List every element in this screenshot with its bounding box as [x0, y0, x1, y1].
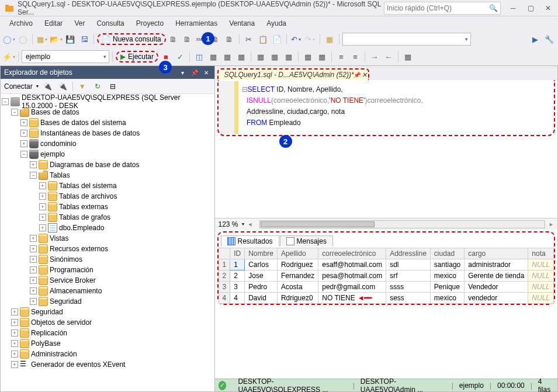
close-button[interactable]: ✕	[543, 3, 553, 13]
table-cell[interactable]: Rdriguez0	[277, 293, 318, 304]
table-cell[interactable]: 2	[219, 270, 230, 282]
tree-system-tables[interactable]: +Tablas del sistema	[2, 181, 213, 191]
grid-header-rownum[interactable]	[219, 248, 230, 259]
grid-header-correo[interactable]: correoelectrónico	[318, 248, 386, 259]
table-cell[interactable]: NULL	[528, 293, 554, 304]
tab-resultados[interactable]: Resultados	[221, 235, 279, 247]
table-cell[interactable]: esaff@hotmail.com	[318, 259, 386, 270]
tree-db-security[interactable]: +Seguridad	[2, 296, 213, 307]
tree-storage[interactable]: +Almacenamiento	[2, 286, 213, 296]
database-combo[interactable]: ejemplo	[22, 50, 109, 63]
tree-server[interactable]: −DESKTOP-UAAE5VQ\SQLEXPRESS (SQL Server …	[2, 96, 213, 107]
tab-close-button[interactable]: ✕	[362, 71, 367, 79]
refresh-icon[interactable]: ↻	[92, 81, 103, 92]
results-grid[interactable]: ID Nombre Apellido correoelectrónico Add…	[219, 248, 554, 304]
menu-consulta[interactable]: Consulta	[91, 18, 130, 29]
table-row[interactable]: 22JoseFernandezpesa@hotmail.comsrfmexico…	[219, 270, 553, 282]
tree-ejemplo[interactable]: −ejemplo	[2, 149, 213, 159]
editor-tab[interactable]: SQLQuery1.sql - D...AE5VQ\Admin (52))* 📌…	[217, 68, 369, 80]
panel-dropdown-button[interactable]: ▾	[178, 68, 188, 77]
table-cell[interactable]: administrador	[465, 259, 528, 270]
menu-ventana[interactable]: Ventana	[223, 18, 261, 29]
table-cell[interactable]: 3	[219, 282, 230, 293]
table-cell[interactable]: mexico	[430, 293, 464, 304]
tool-q-10[interactable]: ▦	[301, 50, 314, 63]
copy-button[interactable]: 📋	[257, 33, 269, 46]
table-cell[interactable]: Jose	[245, 270, 278, 282]
table-cell[interactable]: Penique	[430, 282, 464, 293]
grid-header-apellido[interactable]: Apellido	[277, 248, 318, 259]
table-cell[interactable]: mexico	[430, 270, 464, 282]
menu-proyecto[interactable]: Proyecto	[130, 18, 169, 29]
connect-icon[interactable]: 🔌	[42, 81, 54, 92]
quick-launch-input[interactable]	[387, 4, 489, 12]
table-cell[interactable]: 1	[219, 259, 230, 270]
tree-polybase[interactable]: +PolyBase	[2, 338, 213, 349]
execplan-button[interactable]: ◫	[193, 50, 206, 63]
sql-code[interactable]: ⊟SELECT ID, Nombre, Apellido, ISNULL(cor…	[238, 81, 553, 134]
menu-editar[interactable]: Editar	[39, 18, 68, 29]
table-cell[interactable]: NULL	[528, 282, 554, 293]
zoom-value[interactable]: 123 %	[219, 220, 238, 228]
table-cell[interactable]: pesa@hotmail.com	[318, 270, 386, 282]
tree-dbo-empleado[interactable]: +dbo.Empleado	[2, 223, 213, 233]
tool-q-12[interactable]: ▦	[401, 50, 414, 63]
tool-q-8[interactable]: ▦	[268, 50, 281, 63]
table-cell[interactable]: 4	[219, 293, 230, 304]
tool-icon-1[interactable]: 🗎	[167, 33, 180, 46]
table-cell[interactable]: Rodriguez	[277, 259, 318, 270]
table-cell[interactable]: Vendedor	[465, 282, 528, 293]
tree-external-resources[interactable]: +Recursos externos	[2, 244, 213, 254]
table-cell[interactable]: 1	[230, 259, 245, 270]
ext-icon-2[interactable]: 🔧	[543, 33, 556, 46]
panel-pin-button[interactable]: 📌	[190, 68, 199, 77]
grid-header-ciudad[interactable]: ciudad	[430, 248, 464, 259]
indent-button[interactable]: →	[368, 50, 381, 63]
tree-tables[interactable]: −Tablas	[2, 170, 213, 181]
menu-archivo[interactable]: Archivo	[4, 18, 39, 29]
grid-header-nota[interactable]: nota	[528, 248, 554, 259]
table-cell[interactable]: Fernandez	[277, 270, 318, 282]
tree[interactable]: −DESKTOP-UAAE5VQ\SQLEXPRESS (SQL Server …	[1, 94, 214, 391]
pin-icon[interactable]: 📌	[353, 72, 360, 78]
tree-replication[interactable]: +Replicación	[2, 328, 213, 338]
tool-q-9[interactable]: ▦	[282, 50, 295, 63]
tool-q-11[interactable]: ▦	[316, 50, 328, 63]
menu-herramientas[interactable]: Herramientas	[169, 18, 223, 29]
stop-refresh-icon[interactable]: ⊟	[107, 81, 119, 92]
table-cell[interactable]: sess	[386, 293, 431, 304]
ext-icon-1[interactable]: ▶	[529, 33, 542, 46]
connect-label[interactable]: Conectar	[4, 82, 33, 91]
table-cell[interactable]: sdl	[386, 259, 431, 270]
tree-system-dbs[interactable]: +Bases de datos del sistema	[2, 117, 213, 128]
table-cell[interactable]: David	[245, 293, 278, 304]
table-cell[interactable]: Pedro	[245, 282, 278, 293]
tree-graph-tables[interactable]: +Tablas de grafos	[2, 212, 213, 223]
tool-q-7[interactable]: ▦	[254, 50, 267, 63]
table-cell[interactable]: vendedor	[465, 293, 528, 304]
save-all-button[interactable]: 🖫	[78, 33, 91, 46]
horizontal-scrollbar[interactable]	[259, 220, 545, 228]
tree-management[interactable]: +Administración	[2, 349, 213, 359]
tree-service-broker[interactable]: +Service Broker	[2, 275, 213, 286]
table-cell[interactable]: 2	[230, 270, 245, 282]
table-cell[interactable]: pedr@gmail.com	[318, 282, 386, 293]
tree-diagrams[interactable]: +Diagramas de base de datos	[2, 159, 213, 170]
table-cell[interactable]: santiago	[430, 259, 464, 270]
tree-views[interactable]: +Vistas	[2, 233, 213, 244]
tool-icon-5[interactable]: 🗎	[223, 33, 236, 46]
nav-back-button[interactable]: ◯	[2, 33, 15, 46]
cut-button[interactable]: ✂	[242, 33, 255, 46]
tree-external-tables[interactable]: +Tablas externas	[2, 202, 213, 212]
table-row[interactable]: 33PedroAcostapedr@gmail.comssssPeniqueVe…	[219, 282, 553, 293]
tree-security[interactable]: +Seguridad	[2, 307, 213, 317]
table-cell[interactable]: NULL	[528, 259, 554, 270]
comment-button[interactable]: ≡	[335, 50, 348, 63]
menu-ver[interactable]: Ver	[68, 18, 91, 29]
uncomment-button[interactable]: ≡	[349, 50, 362, 63]
tree-snapshots[interactable]: +Instantáneas de bases de datos	[2, 128, 213, 138]
open-button[interactable]: 📂	[50, 33, 63, 46]
nav-forward-button[interactable]: ◯	[16, 33, 29, 46]
maximize-button[interactable]: ▢	[525, 3, 536, 13]
grid-header-addressline[interactable]: Addressline	[386, 248, 431, 259]
